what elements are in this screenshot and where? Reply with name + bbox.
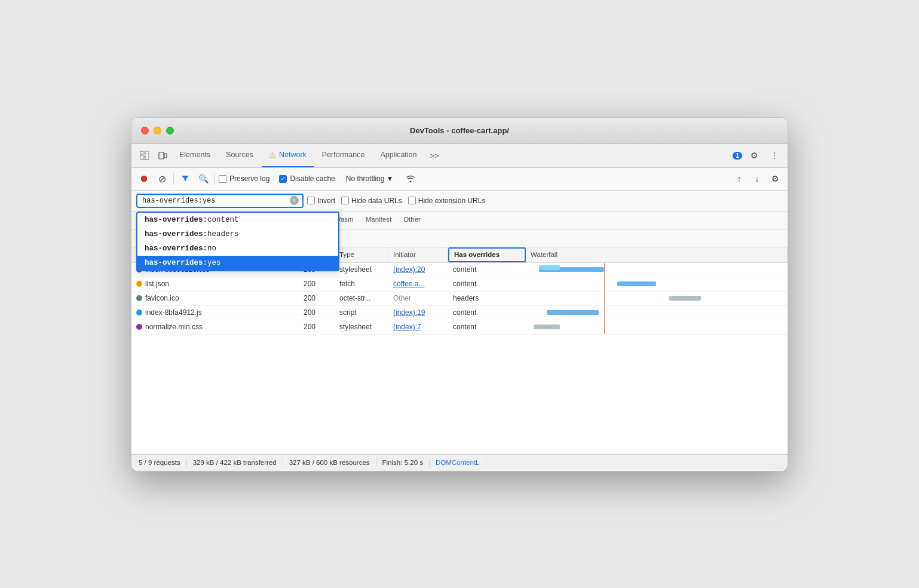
minimize-button[interactable] xyxy=(154,127,161,134)
preserve-log-label[interactable]: Preserve log xyxy=(219,174,269,183)
td-initiator-4[interactable]: (index):19 xyxy=(388,306,448,320)
wifi-icon[interactable] xyxy=(403,171,418,186)
autocomplete-item-content[interactable]: has-overrides:content xyxy=(137,213,338,227)
js-icon-4 xyxy=(136,310,142,316)
json-icon-2 xyxy=(136,281,142,287)
table-row[interactable]: list.json 200 fetch coffee.a... content xyxy=(131,277,788,292)
devtools-window: DevTools - coffee-cart.app/ Elements Sou… xyxy=(131,117,788,471)
filter-clear-button[interactable]: × xyxy=(290,196,299,205)
export-icon[interactable]: ↓ xyxy=(749,171,765,186)
tab-sources[interactable]: Sources xyxy=(219,143,261,167)
more-tabs-button[interactable]: >> xyxy=(425,151,444,160)
td-overrides-2: content xyxy=(448,277,526,291)
table-row[interactable]: normalize.min.css 200 stylesheet (index)… xyxy=(131,320,788,335)
disable-cache-checkbox[interactable] xyxy=(279,175,287,183)
table-row[interactable]: index-8bfa4912.js 200 script (index):19 … xyxy=(131,306,788,320)
title-bar: DevTools - coffee-cart.app/ xyxy=(131,118,788,144)
td-name-3: favicon.ico xyxy=(131,292,299,305)
tab-network-label: Network xyxy=(279,151,307,159)
td-name-4: index-8bfa4912.js xyxy=(131,306,299,320)
device-mode-icon[interactable] xyxy=(154,147,171,164)
invert-checkbox[interactable] xyxy=(307,197,315,204)
svg-rect-4 xyxy=(164,154,167,158)
filter-section: × has-overrides:content has-overrides:he… xyxy=(136,194,304,208)
td-type-4: script xyxy=(335,306,388,320)
window-title: DevTools - coffee-cart.app/ xyxy=(410,126,509,135)
settings-icon[interactable]: ⚙ xyxy=(746,147,762,164)
td-initiator-2[interactable]: coffee.a... xyxy=(388,277,448,291)
td-waterfall-5 xyxy=(526,320,788,334)
td-waterfall-4 xyxy=(526,306,788,320)
td-initiator-5[interactable]: (index):7 xyxy=(388,320,448,334)
search-icon[interactable]: 🔍 xyxy=(195,171,211,186)
td-overrides-1: content xyxy=(448,263,526,277)
transferred-size: 329 kB / 422 kB transferred xyxy=(187,459,283,466)
warning-icon: ⚠ xyxy=(269,151,276,160)
tab-elements-label: Elements xyxy=(179,151,210,159)
hide-ext-checkbox[interactable] xyxy=(408,197,416,204)
resources-size: 327 kB / 600 kB resources xyxy=(283,459,376,466)
preserve-log-checkbox[interactable] xyxy=(219,175,226,183)
th-initiator[interactable]: Initiator xyxy=(388,247,448,262)
inspect-element-icon[interactable] xyxy=(136,147,153,164)
disable-cache-label[interactable]: Disable cache xyxy=(279,174,335,183)
td-name-5: normalize.min.css xyxy=(131,320,299,334)
table-empty-space xyxy=(131,335,788,454)
toolbar-divider-2 xyxy=(215,173,215,185)
invert-label[interactable]: Invert xyxy=(307,197,335,205)
tab-bar: Elements Sources ⚠ Network Performance A… xyxy=(131,144,788,168)
td-type-1: stylesheet xyxy=(335,263,388,277)
td-overrides-3: headers xyxy=(448,292,526,305)
more-options-icon[interactable]: ⋮ xyxy=(766,147,783,164)
filter-options: Invert Hide data URLs Hide extension URL… xyxy=(307,197,485,205)
traffic-lights xyxy=(141,127,174,134)
filter-input[interactable] xyxy=(142,197,286,205)
resource-tab-other[interactable]: Other xyxy=(397,212,427,229)
domcontent-link[interactable]: DOMContentL xyxy=(430,459,486,466)
table-row[interactable]: favicon.ico 200 octet-str... Other heade… xyxy=(131,292,788,306)
tab-network[interactable]: ⚠ Network xyxy=(262,143,314,167)
th-overrides[interactable]: Has overrides xyxy=(448,247,526,262)
td-status-2: 200 xyxy=(299,277,335,291)
hide-data-checkbox[interactable] xyxy=(341,197,349,204)
svg-rect-0 xyxy=(140,151,144,154)
resource-tab-manifest[interactable]: Manifest xyxy=(360,212,397,229)
th-waterfall[interactable]: Waterfall xyxy=(526,247,788,262)
network-settings-icon[interactable]: ⚙ xyxy=(767,171,783,186)
svg-point-5 xyxy=(410,181,412,183)
tab-sources-label: Sources xyxy=(226,151,253,159)
finish-time: Finish: 5.20 s xyxy=(376,459,430,466)
td-overrides-5: content xyxy=(448,320,526,334)
css-icon-5 xyxy=(136,324,142,330)
tab-right-area: 1 ⚙ ⋮ xyxy=(733,147,783,164)
ico-icon-3 xyxy=(136,295,142,301)
tab-application[interactable]: Application xyxy=(373,143,424,167)
hide-data-label[interactable]: Hide data URLs xyxy=(341,197,402,205)
svg-rect-3 xyxy=(159,152,164,159)
network-toolbar: ⏺ ⊘ 🔍 Preserve log Disable cache No thro… xyxy=(131,168,788,191)
th-type[interactable]: Type xyxy=(335,247,388,262)
filter-input-wrapper: × xyxy=(136,194,304,208)
td-initiator-3: Other xyxy=(388,292,448,305)
tab-performance-label: Performance xyxy=(322,151,365,159)
tab-elements[interactable]: Elements xyxy=(172,143,218,167)
clear-button[interactable]: ⊘ xyxy=(154,171,170,186)
td-name-2: list.json xyxy=(131,277,299,291)
close-button[interactable] xyxy=(141,127,149,134)
throttle-selector[interactable]: No throttling ▼ xyxy=(344,173,396,184)
maximize-button[interactable] xyxy=(166,127,174,134)
td-waterfall-3 xyxy=(526,292,788,305)
import-icon[interactable]: ↑ xyxy=(731,171,747,186)
hide-ext-label[interactable]: Hide extension URLs xyxy=(408,197,486,205)
requests-count: 5 / 9 requests xyxy=(139,459,187,466)
autocomplete-item-no[interactable]: has-overrides:no xyxy=(137,241,338,256)
record-button[interactable]: ⏺ xyxy=(136,171,152,186)
autocomplete-item-headers[interactable]: has-overrides:headers xyxy=(137,227,338,241)
td-type-2: fetch xyxy=(335,277,388,291)
td-initiator-1[interactable]: (index):20 xyxy=(388,263,448,277)
filter-icon[interactable] xyxy=(177,171,193,186)
td-type-3: octet-str... xyxy=(335,292,388,305)
tab-performance[interactable]: Performance xyxy=(315,143,372,167)
svg-rect-2 xyxy=(145,151,149,160)
autocomplete-item-yes[interactable]: has-overrides:yes xyxy=(137,256,338,270)
